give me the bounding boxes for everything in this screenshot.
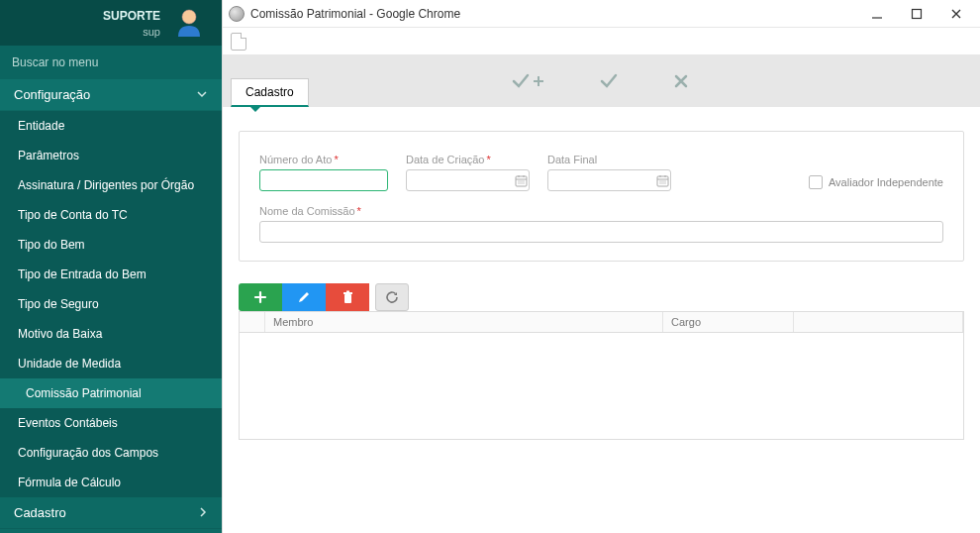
user-info: SUPORTE sup: [103, 9, 164, 38]
chevron-right-icon: [198, 507, 208, 519]
members-grid: Membro Cargo: [239, 311, 964, 440]
numero-ato-input[interactable]: [259, 169, 388, 191]
sidebar-item-tipo-conta-tc[interactable]: Tipo de Conta do TC: [0, 200, 222, 230]
calendar-icon[interactable]: [653, 169, 671, 191]
grid-toolbar: [239, 283, 964, 311]
svg-point-0: [182, 10, 196, 24]
menu-group-label: Configuração: [14, 87, 90, 102]
browser-address-bar: [223, 28, 980, 55]
sidebar-item-tipo-bem[interactable]: Tipo do Bem: [0, 230, 222, 260]
sidebar-item-parametros[interactable]: Parâmetros: [0, 141, 222, 170]
sidebar-item-entidade[interactable]: Entidade: [0, 111, 222, 141]
sidebar: SUPORTE sup Configuração Entidade Parâme…: [0, 0, 222, 533]
window-title-bar: Comissão Patrimonial - Google Chrome: [223, 0, 980, 28]
sidebar-header: SUPORTE sup: [0, 0, 222, 46]
menu-group-label: Cadastro: [14, 505, 66, 520]
data-criacao-label: Data de Criação*: [406, 154, 530, 165]
cancel-button[interactable]: [673, 73, 689, 89]
numero-ato-label: Número do Ato*: [259, 154, 388, 165]
sidebar-item-eventos-contabeis[interactable]: Eventos Contábeis: [0, 408, 222, 438]
grid-refresh-button[interactable]: [375, 283, 409, 311]
calendar-icon[interactable]: [512, 169, 530, 191]
user-sub-label: sup: [143, 26, 160, 38]
sidebar-item-tipo-entrada-bem[interactable]: Tipo de Entrada do Bem: [0, 260, 222, 289]
page-icon: [231, 33, 246, 51]
grid-header: Membro Cargo: [240, 312, 963, 333]
tab-cadastro[interactable]: Cadastro: [231, 78, 309, 107]
form-card: Número do Ato* Data de Criação* Data Fin…: [239, 131, 964, 262]
menu-search-input[interactable]: [12, 55, 210, 69]
grid-edit-button[interactable]: [282, 283, 326, 311]
menu-group-cadastro[interactable]: Cadastro: [0, 497, 222, 529]
svg-rect-15: [344, 294, 351, 303]
close-button[interactable]: [946, 4, 966, 24]
avaliador-independente-checkbox[interactable]: Avaliador Independente: [809, 175, 943, 189]
maximize-button[interactable]: [907, 4, 927, 24]
sidebar-item-formula-calculo[interactable]: Fórmula de Cálculo: [0, 468, 222, 497]
save-and-new-button[interactable]: [511, 71, 544, 91]
minimize-button[interactable]: [867, 4, 887, 24]
nome-comissao-label: Nome da Comissão*: [259, 205, 943, 217]
content: Número do Ato* Data de Criação* Data Fin…: [223, 107, 980, 533]
svg-rect-2: [913, 9, 922, 18]
grid-delete-button[interactable]: [326, 283, 369, 311]
grid-col-membro[interactable]: Membro: [265, 312, 663, 332]
window-title: Comissão Patrimonial - Google Chrome: [250, 7, 460, 21]
sidebar-item-configuracao-campos[interactable]: Configuração dos Campos: [0, 438, 222, 468]
submenu-configuracao: Entidade Parâmetros Assinatura / Dirigen…: [0, 111, 222, 497]
checkbox-icon: [809, 175, 823, 189]
menu-search[interactable]: [0, 46, 222, 79]
chevron-down-icon: [196, 88, 208, 102]
avatar[interactable]: [172, 6, 206, 40]
nome-comissao-input[interactable]: [259, 221, 943, 243]
grid-add-button[interactable]: [239, 283, 282, 311]
sidebar-item-motivo-baixa[interactable]: Motivo da Baixa: [0, 319, 222, 349]
grid-col-cargo[interactable]: Cargo: [663, 312, 794, 332]
action-bar-center: [227, 71, 972, 91]
app-icon: [229, 6, 245, 22]
sidebar-item-unidade-medida[interactable]: Unidade de Medida: [0, 349, 222, 378]
save-button[interactable]: [599, 71, 619, 91]
sidebar-item-comissao-patrimonial[interactable]: Comissão Patrimonial: [0, 378, 222, 408]
grid-col-select: [240, 312, 265, 332]
grid-col-rest: [794, 312, 963, 332]
svg-rect-17: [346, 291, 349, 293]
menu-group-movimento[interactable]: Movimento: [0, 529, 222, 533]
sidebar-item-tipo-seguro[interactable]: Tipo de Seguro: [0, 289, 222, 319]
window-controls: [867, 4, 974, 24]
menu-group-configuracao[interactable]: Configuração: [0, 79, 222, 111]
main-window: Comissão Patrimonial - Google Chrome Cad…: [222, 0, 980, 533]
user-top-label: SUPORTE: [103, 9, 160, 23]
sidebar-item-assinatura[interactable]: Assinatura / Dirigentes por Órgão: [0, 170, 222, 200]
action-bar: Cadastro: [223, 55, 980, 107]
data-final-label: Data Final: [547, 154, 671, 165]
avaliador-label: Avaliador Independente: [829, 176, 943, 188]
